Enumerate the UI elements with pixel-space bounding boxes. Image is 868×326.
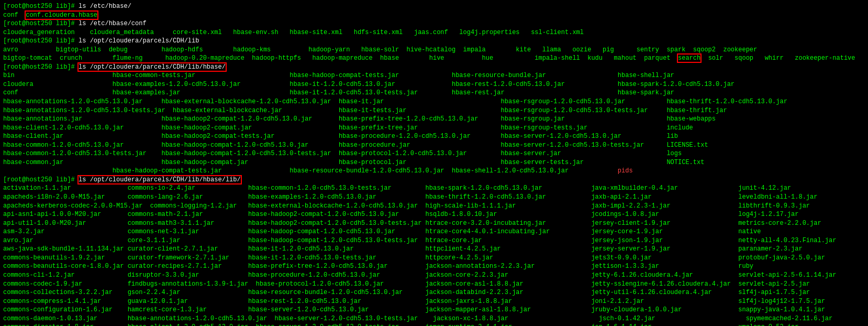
line-33: commons-codec-1.9.jar findbugs-annotatio… xyxy=(3,280,865,289)
line-24: apacheds-kerberos-codec-2.0.0-M15.jar co… xyxy=(3,202,865,211)
line-13: hbase-annotations-1.2.0-cdh5.13.0-tests.… xyxy=(3,106,865,115)
line-2: conf conf.cloudera.hbase xyxy=(3,11,865,20)
line-36: commons-configuration-1.6.jar hamcrest-c… xyxy=(3,306,865,314)
line-28: avro.jar core-3.1.1.jar hbase-hadoop-com… xyxy=(3,236,865,245)
line-5: [root@host250 lib]# ls /opt/cloudera/par… xyxy=(3,37,865,46)
line-22: activation-1.1.jar commons-io-2.4.jar hb… xyxy=(3,184,865,193)
line-20: hbase-hadoop-compat-tests.jar hbase-reso… xyxy=(3,167,865,176)
line-27: asm-3.2.jar commons-net-3.1.jar hbase-ha… xyxy=(3,227,865,236)
terminal-window: [root@host250 lib]# ls /etc/hbase/ conf … xyxy=(0,0,868,326)
line-23: apacheds-i18n-2.0.0-M15.jar commons-lang… xyxy=(3,193,865,202)
line-4: cloudera_generation cloudera_metadata co… xyxy=(3,28,865,37)
line-3: [root@host250 lib]# ls /etc/hbase/conf xyxy=(3,19,865,28)
line-32: commons-cli-1.2.jar disruptor-3.3.0.jar … xyxy=(3,271,865,280)
line-16: hbase-client.jar hbase-hadoop2-compat-te… xyxy=(3,132,865,141)
line-19: hbase-common.jar hbase-hadoop-compat.jar… xyxy=(3,158,865,167)
line-11: conf hbase-examples.jar hbase-it-1.2.0-c… xyxy=(3,89,865,97)
line-14: hbase-annotations.jar hbase-hadoop2-comp… xyxy=(3,115,865,124)
line-38: commons-digester-1.8.jar hbase-client-1.… xyxy=(3,323,865,326)
line-9: bin hbase-common-tests.jar hbase-hadoop-… xyxy=(3,71,865,80)
line-30: commons-beanutils-1.9.2.jar curator-fram… xyxy=(3,254,865,263)
line-18: hbase-common-1.2.0-cdh5.13.0-tests.jar h… xyxy=(3,149,865,158)
line-8: [root@host250 lib]# ls /opt/cloudera/par… xyxy=(3,63,865,72)
line-10: cloudera hbase-examples-1.2.0-cdh5.13.0.… xyxy=(3,80,865,89)
line-21: [root@host250 lib]# ls /opt/cloudera/par… xyxy=(3,176,865,184)
line-34: commons-collections-3.2.2.jar gson-2.2.4… xyxy=(3,288,865,297)
line-1: [root@host250 lib]# ls /etc/hbase/ xyxy=(3,2,865,11)
line-6: avro bigtop-utils debug hadoop-hdfs hado… xyxy=(3,46,865,55)
line-25: api-asn1-api-1.0.0-M20.jar commons-math-… xyxy=(3,210,865,219)
line-7: bigtop-tomcat crunch flume-ng hadoop-0.2… xyxy=(3,54,865,63)
line-17: hbase-common-1.2.0-cdh5.13.0.jar hbase-h… xyxy=(3,141,865,150)
line-26: api-util-1.0.0-M20.jar commons-math3-3.1… xyxy=(3,219,865,228)
line-15: hbase-client-1.2.0-cdh5.13.0.jar hbase-h… xyxy=(3,124,865,133)
line-31: commons-beanutils-core-1.8.0.jar curator… xyxy=(3,262,865,271)
line-29: aws-java-sdk-bundle-1.11.134.jar curator… xyxy=(3,245,865,254)
line-37: commons-daemon-1.0.13.jar hbase-annotati… xyxy=(3,314,865,323)
line-12: hbase-annotations-1.2.0-cdh5.13.0.jar hb… xyxy=(3,97,865,106)
line-35: commons-compress-1.4.1.jar guava-12.0.1.… xyxy=(3,297,865,306)
